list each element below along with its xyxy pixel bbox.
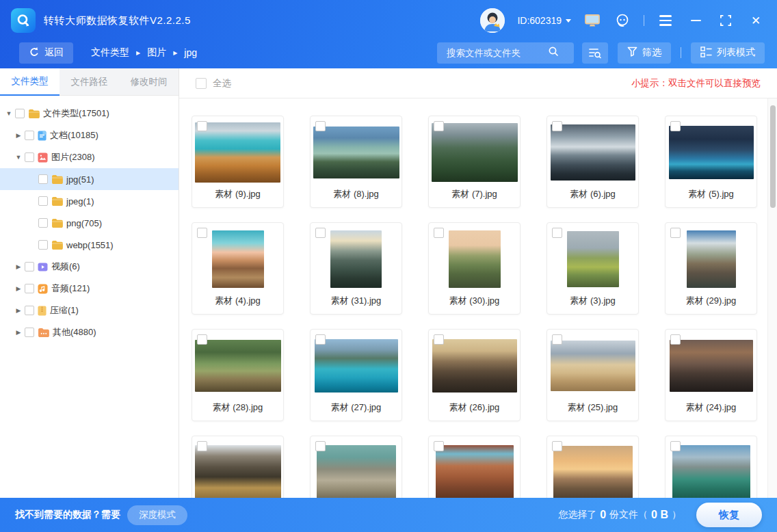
file-card[interactable]: 素材 (6).jpg [546,116,639,208]
folder-icon [51,240,63,250]
file-checkbox[interactable] [670,228,681,238]
file-card[interactable]: 素材 (26).jpg [428,329,521,421]
tree-checkbox[interactable] [25,152,34,162]
file-card[interactable]: 素材 (30).jpg [428,222,521,315]
vertical-scrollbar-thumb[interactable] [770,105,776,208]
close-button[interactable]: ✕ [747,12,765,29]
file-checkbox[interactable] [552,334,562,345]
file-card[interactable]: 素材 (3).jpg [546,222,639,315]
breadcrumb[interactable]: 文件类型▶图片▶jpg [91,46,197,59]
tree-checkbox[interactable] [25,328,34,337]
file-card-partial[interactable] [192,436,284,498]
customer-service-icon[interactable] [614,12,631,29]
breadcrumb-item[interactable]: 图片 [147,46,166,59]
tree-item-图片(2308)[interactable]: ▼图片(2308) [0,146,179,168]
file-checkbox[interactable] [434,334,444,345]
maximize-button[interactable] [717,12,735,29]
file-card-partial[interactable] [546,436,639,498]
file-checkbox[interactable] [552,121,562,131]
caret-collapsed-icon[interactable]: ▶ [14,285,23,292]
search-input[interactable] [445,47,548,59]
caret-collapsed-icon[interactable]: ▶ [14,263,23,270]
user-id-dropdown[interactable]: ID:602319 [517,15,571,26]
back-button[interactable]: 返回 [19,42,73,64]
tree-item-webp(1551)[interactable]: webp(1551) [0,234,179,256]
avatar[interactable] [480,8,505,33]
file-checkbox[interactable] [197,441,207,451]
sidebar-tab-文件路径[interactable]: 文件路径 [60,68,119,96]
recover-button[interactable]: 恢复 [696,503,762,527]
tree-checkbox[interactable] [38,196,48,206]
file-card[interactable]: 素材 (8).jpg [310,116,402,208]
file-card-partial[interactable] [310,436,402,498]
file-checkbox[interactable] [434,121,444,131]
file-checkbox[interactable] [670,441,681,451]
tree-item-音频(121)[interactable]: ▶音频(121) [0,278,179,300]
tree-checkbox[interactable] [25,262,34,271]
file-checkbox[interactable] [552,441,562,451]
filter-button[interactable]: 筛选 [618,42,671,64]
tree-checkbox[interactable] [25,306,34,315]
tree-checkbox[interactable] [25,131,34,140]
file-checkbox[interactable] [315,334,326,345]
search-icon[interactable] [548,46,559,59]
file-card[interactable]: 素材 (29).jpg [665,222,757,315]
file-card[interactable]: 素材 (24).jpg [665,329,757,421]
list-mode-button[interactable]: 列表模式 [691,42,765,64]
file-checkbox[interactable] [197,228,207,238]
file-checkbox[interactable] [434,441,444,451]
tree-item-文档(10185)[interactable]: ▶文档(10185) [0,124,179,146]
file-card[interactable]: 素材 (7).jpg [428,116,521,208]
folder-icon [28,109,40,118]
file-checkbox[interactable] [315,228,326,238]
caret-expanded-icon[interactable]: ▼ [14,154,23,161]
file-checkbox[interactable] [552,228,562,238]
advanced-search-button[interactable] [582,42,608,64]
breadcrumb-item[interactable]: 文件类型 [91,46,129,59]
menu-icon[interactable] [657,12,674,29]
file-checkbox[interactable] [670,334,681,345]
tree-checkbox[interactable] [38,174,48,184]
file-card[interactable]: 素材 (31).jpg [310,222,402,315]
select-all[interactable]: 全选 [196,77,231,90]
tree-checkbox[interactable] [25,284,34,293]
sidebar-tab-文件类型[interactable]: 文件类型 [0,68,60,96]
file-checkbox[interactable] [197,334,207,345]
file-card[interactable]: 素材 (27).jpg [310,329,402,421]
file-thumbnail [212,230,264,288]
file-checkbox[interactable] [315,441,326,451]
sidebar: 文件类型文件路径修改时间 ▼文件类型(17501)▶文档(10185)▼图片(2… [0,68,179,498]
file-checkbox[interactable] [315,121,326,131]
tree-item-视频(6)[interactable]: ▶视频(6) [0,256,179,278]
file-card[interactable]: 素材 (28).jpg [192,329,284,421]
tree-checkbox[interactable] [15,109,25,118]
file-checkbox[interactable] [670,121,681,131]
file-card-partial[interactable] [428,436,521,498]
file-card[interactable]: 素材 (4).jpg [192,222,284,315]
file-checkbox[interactable] [434,228,444,238]
tree-item-jpeg(1)[interactable]: jpeg(1) [0,190,179,212]
deep-mode-button[interactable]: 深度模式 [127,505,187,525]
tree-item-文件类型(17501)[interactable]: ▼文件类型(17501) [0,103,179,124]
file-card[interactable]: 素材 (5).jpg [665,116,757,208]
tree-item-png(705)[interactable]: png(705) [0,212,179,234]
screen-monitor-icon[interactable] [583,12,601,29]
file-card[interactable]: 素材 (25).jpg [546,329,639,421]
tree-item-压缩(1)[interactable]: ▶压缩(1) [0,300,179,321]
caret-expanded-icon[interactable]: ▼ [4,110,14,117]
tree-checkbox[interactable] [38,240,48,250]
tree-checkbox[interactable] [38,218,48,228]
file-thumbnail [553,446,633,498]
select-all-checkbox[interactable] [196,78,207,89]
caret-collapsed-icon[interactable]: ▶ [14,329,23,336]
tree-item-其他(4880)[interactable]: ▶其他(4880) [0,321,179,343]
caret-collapsed-icon[interactable]: ▶ [14,132,23,139]
minimize-button[interactable] [687,12,704,29]
file-card-partial[interactable] [665,436,757,498]
breadcrumb-item[interactable]: jpg [184,47,197,58]
file-card[interactable]: 素材 (9).jpg [192,116,284,208]
sidebar-tab-修改时间[interactable]: 修改时间 [119,68,179,96]
tree-item-jpg(51)[interactable]: jpg(51) [0,168,179,190]
caret-collapsed-icon[interactable]: ▶ [14,307,23,314]
file-checkbox[interactable] [197,121,207,131]
